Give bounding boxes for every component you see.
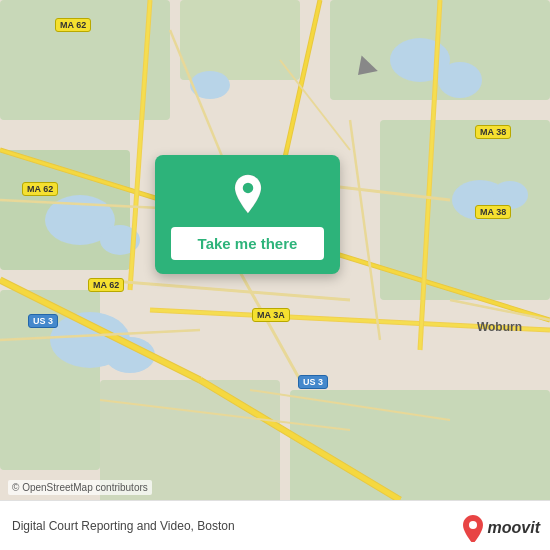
svg-point-11	[438, 62, 482, 98]
svg-line-35	[350, 120, 380, 340]
map-roads	[0, 0, 550, 550]
map-attribution: © OpenStreetMap contributors	[8, 480, 152, 495]
route-badge-ma62-1: MA 62	[55, 18, 91, 32]
location-pin-icon	[227, 173, 269, 215]
route-badge-ma38-1: MA 38	[475, 125, 511, 139]
route-badge-us3-1: US 3	[28, 314, 58, 328]
cta-card: Take me there	[155, 155, 340, 274]
svg-point-44	[469, 521, 477, 529]
bottom-bar: Digital Court Reporting and Video, Bosto…	[0, 500, 550, 550]
svg-line-31	[100, 280, 350, 300]
map-container: MA 62 MA 62 MA 62 MA 38 MA 38 MA 3A US 3…	[0, 0, 550, 550]
moovit-text: moovit	[488, 519, 540, 537]
location-label: Digital Court Reporting and Video, Bosto…	[12, 519, 538, 533]
route-badge-ma38-2: MA 38	[475, 205, 511, 219]
svg-point-43	[242, 183, 253, 194]
route-badge-us3-2: US 3	[298, 375, 328, 389]
route-badge-ma3a: MA 3A	[252, 308, 290, 322]
moovit-logo: moovit	[462, 514, 540, 542]
route-badge-ma62-2: MA 62	[22, 182, 58, 196]
woburn-label: Woburn	[477, 320, 522, 334]
moovit-pin-icon	[462, 514, 484, 542]
svg-rect-3	[180, 0, 300, 80]
route-badge-ma62-3: MA 62	[88, 278, 124, 292]
take-me-there-button[interactable]: Take me there	[171, 227, 324, 260]
